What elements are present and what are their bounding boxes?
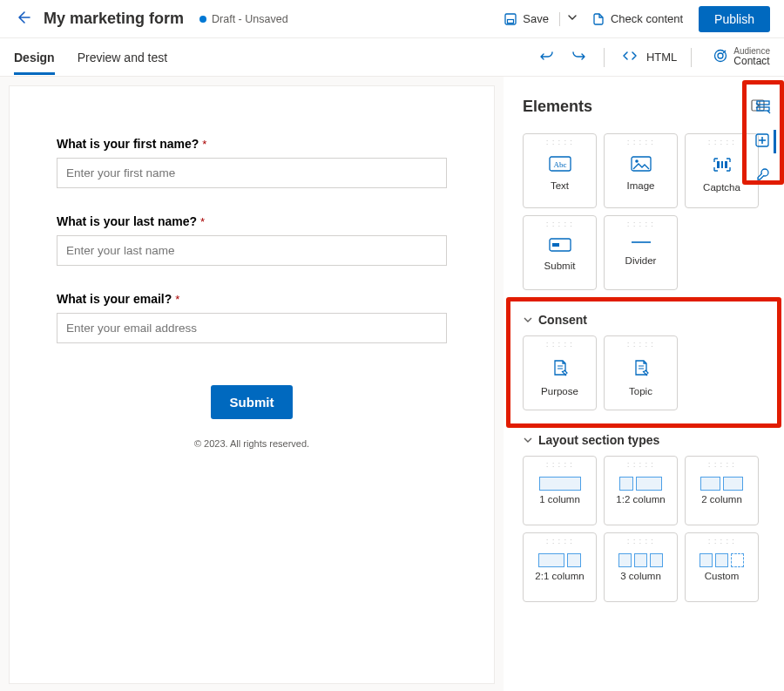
tile-label: Custom [705,571,740,581]
tile-label: Text [551,180,569,191]
check-content-label: Check content [611,12,683,25]
rail-settings-icon[interactable] [755,164,774,187]
field-first-name: What is your first name?* [57,137,447,214]
tile-label: Purpose [541,386,578,396]
separator [691,48,692,67]
tile-image[interactable]: · · · · ·· · · · · Image [604,133,678,208]
first-name-input[interactable] [57,158,447,188]
draft-status: Draft - Unsaved [212,13,288,25]
text-icon: Abc [549,156,571,172]
form-canvas[interactable]: What is your first name?* What is your l… [9,85,495,684]
drag-grip-icon: · · · · ·· · · · · [627,342,654,348]
undo-icon[interactable] [536,44,558,70]
tab-design[interactable]: Design [14,40,55,75]
captcha-icon [712,156,733,173]
field-label: What is your first name? [57,137,199,151]
tile-label: 2 column [701,494,742,505]
image-icon [631,156,652,172]
html-label[interactable]: HTML [646,51,677,64]
tile-2-column[interactable]: · · · · ·· · · · · 2 column [685,456,759,525]
tab-preview[interactable]: Preview and test [78,40,168,75]
elements-panel: Elements · · · · ·· · · · · Abc Text · ·… [504,77,784,691]
tile-divider[interactable]: · · · · ·· · · · · Divider [604,215,678,290]
tile-label: Image [627,180,655,191]
audience-button[interactable]: Audience Contact [713,46,770,67]
consent-section-header[interactable]: Consent [504,302,784,335]
tile-label: Divider [625,255,657,266]
html-icon[interactable] [618,44,641,70]
copyright-text: © 2023. All rights reserved. [57,438,447,449]
tile-label: 3 column [620,571,661,581]
email-input[interactable] [57,313,447,343]
last-name-input[interactable] [57,235,447,266]
separator [559,12,560,26]
publish-button[interactable]: Publish [699,6,770,32]
check-content-icon [591,12,605,26]
back-arrow-icon[interactable] [14,5,38,32]
audience-value: Contact [733,56,770,67]
required-mark: * [202,138,206,151]
elements-panel-title: Elements [523,98,751,116]
field-last-name: What is your last name?* [57,214,447,292]
consent-section-title: Consent [538,313,587,327]
drag-grip-icon: · · · · ·· · · · · [627,139,654,146]
svg-rect-16 [757,101,769,105]
tile-1-column[interactable]: · · · · ·· · · · · 1 column [523,456,597,525]
purpose-icon [551,358,570,377]
redo-icon[interactable] [567,44,590,70]
save-button[interactable]: Save [495,8,558,30]
save-split-chevron-icon[interactable] [562,12,583,25]
drag-grip-icon: · · · · ·· · · · · [546,462,573,468]
layout-section-title: Layout section types [538,433,659,447]
target-icon [713,48,728,66]
tile-text[interactable]: · · · · ·· · · · · Abc Text [523,133,597,208]
svg-point-9 [635,159,639,163]
save-icon [504,12,517,26]
tile-label: 2:1 column [535,571,584,581]
basic-elements-grid: · · · · ·· · · · · Abc Text · · · · ·· ·… [504,133,784,302]
svg-rect-2 [508,19,514,23]
chevron-down-icon [523,315,533,325]
required-mark: * [175,293,179,306]
svg-rect-17 [757,107,769,111]
tile-custom-column[interactable]: · · · · ·· · · · · Custom [685,532,759,602]
tile-1-2-column[interactable]: · · · · ·· · · · · 1:2 column [604,456,678,525]
tile-label: Topic [629,386,652,396]
save-label: Save [523,12,549,25]
form-submit-button[interactable]: Submit [211,385,294,419]
consent-grid: · · · · ·· · · · · Purpose · · · · ·· · … [504,335,784,423]
topic-icon [632,358,651,377]
field-label: What is your last name? [57,214,197,228]
field-email: What is your email?* [57,292,447,369]
drag-grip-icon: · · · · ·· · · · · [708,462,735,468]
drag-grip-icon: · · · · ·· · · · · [627,221,654,227]
svg-text:Abc: Abc [553,160,566,169]
drag-grip-icon: · · · · ·· · · · · [627,462,654,468]
tab-bar: Design Preview and test HTML Audience [0,38,784,77]
drag-grip-icon: · · · · ·· · · · · [546,221,573,227]
drag-grip-icon: · · · · ·· · · · · [546,539,573,545]
chevron-down-icon [523,435,533,445]
rail-elements-icon[interactable] [754,130,776,153]
header-bar: My marketing form Draft - Unsaved Save C… [0,0,784,38]
side-rail [747,82,782,187]
drag-grip-icon: · · · · ·· · · · · [708,139,735,146]
tile-label: Captcha [703,182,740,193]
tile-3-column[interactable]: · · · · ·· · · · · 3 column [604,532,678,602]
tile-submit[interactable]: · · · · ·· · · · · Submit [523,215,597,290]
layout-section-header[interactable]: Layout section types [504,423,784,456]
check-content-button[interactable]: Check content [583,8,692,30]
separator [604,48,605,67]
svg-rect-10 [717,161,720,168]
svg-rect-12 [725,161,727,168]
submit-icon [549,238,571,252]
divider-icon [630,238,652,247]
field-label: What is your email? [57,292,172,306]
tile-label: 1 column [539,494,580,505]
page-title: My marketing form [44,10,184,28]
tile-purpose[interactable]: · · · · ·· · · · · Purpose [523,335,597,410]
rail-fields-icon[interactable] [755,96,774,119]
tile-topic[interactable]: · · · · ·· · · · · Topic [604,335,678,410]
tile-2-1-column[interactable]: · · · · ·· · · · · 2:1 column [523,532,597,602]
drag-grip-icon: · · · · ·· · · · · [627,539,654,545]
